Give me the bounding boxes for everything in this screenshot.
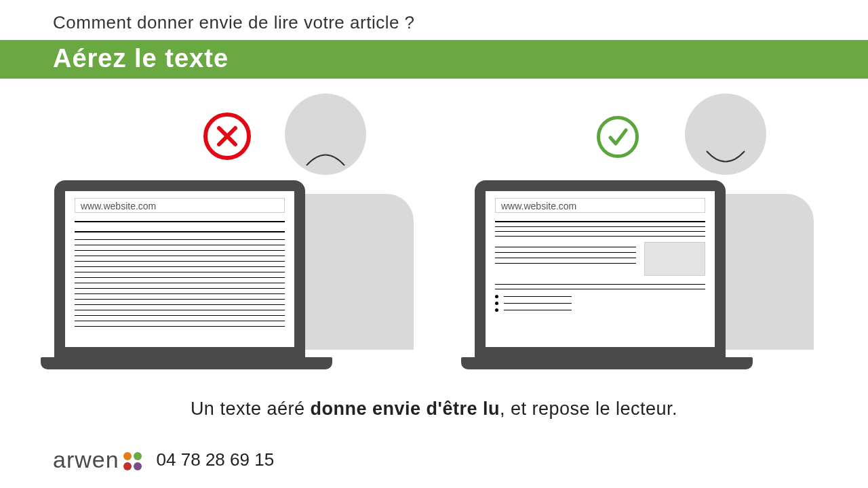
brand-row: arwen 04 78 28 69 15 (53, 447, 274, 473)
laptop-good: www.website.com (461, 180, 739, 370)
image-placeholder (644, 242, 705, 276)
banner-title: Aérez le texte (0, 40, 868, 79)
sentence-post: , et repose le lecteur. (500, 399, 677, 419)
url-bar: www.website.com (495, 198, 705, 213)
sentence-bold: donne envie d'être lu (310, 399, 499, 419)
check-icon (597, 116, 639, 158)
sad-face-icon (285, 94, 366, 175)
airy-text-block (495, 221, 705, 312)
dense-text-block (75, 221, 285, 327)
cross-icon (203, 113, 251, 160)
brand-dots-icon (123, 452, 142, 470)
brand-logo: arwen (53, 447, 142, 473)
footer-sentence: Un texte aéré donne envie d'être lu, et … (0, 399, 868, 420)
laptop-bad: www.website.com (41, 180, 319, 370)
url-bar: www.website.com (75, 198, 285, 213)
comparison-row: www.website.com (0, 79, 868, 187)
bad-example: www.website.com (41, 99, 407, 187)
happy-face-icon (685, 94, 766, 175)
brand-name: arwen (53, 447, 119, 473)
good-example: www.website.com (461, 99, 827, 187)
brand-phone: 04 78 28 69 15 (157, 449, 275, 470)
sentence-pre: Un texte aéré (191, 399, 311, 419)
header-question: Comment donner envie de lire votre artic… (0, 0, 868, 40)
